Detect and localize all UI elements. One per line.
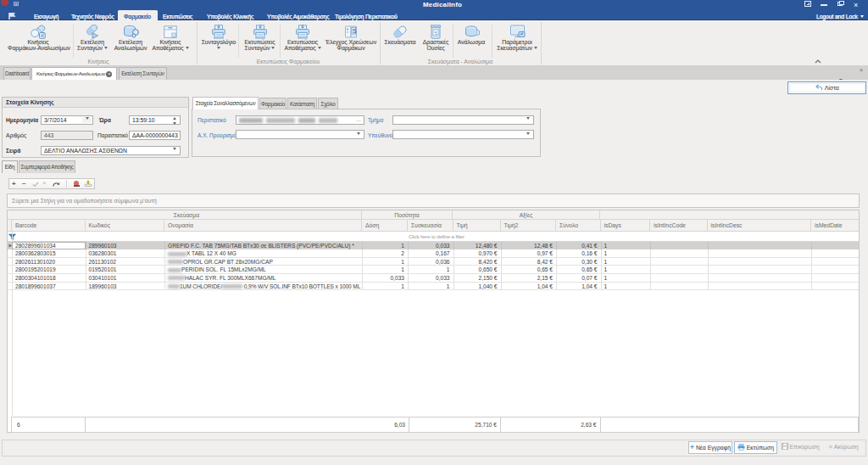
svg-text:5: 5: [435, 31, 437, 36]
svg-text:S: S: [353, 28, 357, 34]
